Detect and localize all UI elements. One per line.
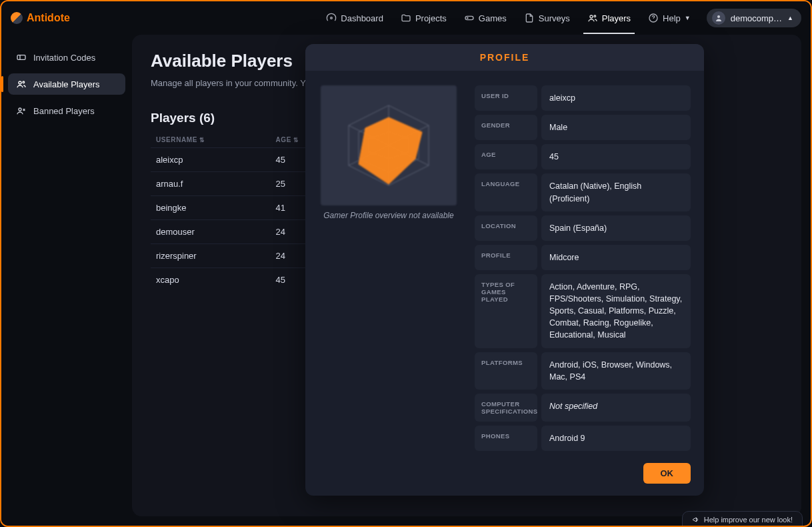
svg-point-1: [590, 15, 593, 18]
nav-dashboard[interactable]: Dashboard: [319, 9, 390, 27]
field-types-of-games: TYPES OF GAMES PLAYED Action, Adventure,…: [475, 274, 691, 348]
users-icon: [16, 79, 27, 89]
sort-icon: ⇅: [199, 137, 205, 143]
user-label: democomp…: [731, 13, 782, 23]
svg-point-8: [19, 108, 21, 111]
nav-label: Dashboard: [341, 13, 383, 23]
field-gender: GENDER Male: [475, 115, 691, 140]
svg-point-6: [19, 81, 21, 84]
nav-label: Projects: [415, 13, 447, 23]
field-value: aleixcp: [541, 85, 691, 111]
file-icon: [524, 13, 535, 23]
field-value: Android 9: [541, 426, 691, 451]
main-content: Available Players Manage all players in …: [132, 35, 801, 516]
nav-games[interactable]: Games: [457, 9, 513, 27]
top-nav: Antidote Dashboard Projects Games S: [1, 1, 811, 35]
sidebar-item-invitation-codes[interactable]: Invitation Codes: [8, 47, 125, 68]
field-label: TYPES OF GAMES PLAYED: [475, 274, 537, 348]
megaphone-icon: [692, 516, 700, 524]
nav-help[interactable]: Help ▼: [641, 9, 697, 27]
gauge-icon: [326, 13, 337, 23]
cell-username: arnau.f: [151, 172, 271, 196]
field-computer-specs: COMPUTER SPECIFICATIONS Not specified: [475, 394, 691, 422]
cell-username: demouser: [151, 220, 271, 244]
field-phones: PHONES Android 9: [475, 426, 691, 451]
field-value: Android, iOS, Browser, Windows, Mac, PS4: [541, 352, 691, 390]
gamepad-icon: [464, 13, 475, 23]
svg-rect-0: [465, 16, 473, 19]
field-value: Action, Adventure, RPG, FPS/Shooters, Si…: [541, 274, 691, 348]
field-age: AGE 45: [475, 144, 691, 169]
users-icon: [587, 13, 598, 23]
logo-icon: [11, 12, 23, 24]
modal-title: PROFILE: [305, 44, 704, 71]
help-improve-label: Help improve our new look!: [704, 516, 793, 524]
field-language: LANGUAGE Catalan (Native), English (Prof…: [475, 173, 691, 211]
nav-projects[interactable]: Projects: [394, 9, 453, 27]
sort-icon: ⇅: [293, 137, 299, 143]
field-label: COMPUTER SPECIFICATIONS: [475, 394, 537, 422]
cell-username: aleixcp: [151, 148, 271, 172]
field-value: Spain (España): [541, 215, 691, 241]
field-label: USER ID: [475, 85, 537, 111]
field-label: PHONES: [475, 426, 537, 451]
cell-username: xcapo: [151, 268, 271, 292]
radar-chart: [321, 85, 457, 205]
chevron-down-icon: ▼: [685, 15, 691, 21]
user-menu[interactable]: democomp… ▲: [707, 9, 801, 27]
sidebar-item-available-players[interactable]: Available Players: [8, 73, 125, 95]
profile-modal: PROFILE: [305, 44, 704, 496]
sidebar-label: Available Players: [33, 79, 99, 89]
field-label: LANGUAGE: [475, 173, 537, 211]
field-label: GENDER: [475, 115, 537, 140]
avatar-icon: [712, 11, 725, 25]
field-value: 45: [541, 144, 691, 169]
sidebar-item-banned-players[interactable]: Banned Players: [8, 100, 125, 121]
col-label: USERNAME: [156, 136, 197, 143]
field-profile: PROFILE Midcore: [475, 245, 691, 270]
nav-label: Help: [663, 13, 681, 23]
svg-marker-15: [359, 117, 422, 184]
help-improve-tab[interactable]: Help improve our new look!: [682, 511, 803, 527]
field-location: LOCATION Spain (España): [475, 215, 691, 241]
field-label: PROFILE: [475, 245, 537, 270]
field-label: PLATFORMS: [475, 352, 537, 390]
brand-logo[interactable]: Antidote: [11, 12, 70, 24]
sidebar: Invitation Codes Available Players Banne…: [1, 35, 132, 526]
field-value: Midcore: [541, 245, 691, 270]
field-label: AGE: [475, 144, 537, 169]
ok-button[interactable]: OK: [643, 463, 691, 484]
svg-rect-5: [17, 55, 25, 60]
nav-label: Surveys: [539, 13, 570, 23]
nav-players[interactable]: Players: [581, 9, 637, 27]
field-value: Not specified: [541, 394, 691, 422]
svg-point-2: [594, 15, 596, 17]
help-circle-icon: [648, 13, 659, 23]
user-x-icon: [16, 105, 27, 116]
field-value: Male: [541, 115, 691, 140]
sidebar-label: Invitation Codes: [33, 53, 95, 63]
field-value: Catalan (Native), English (Proficient): [541, 173, 691, 211]
field-label: LOCATION: [475, 215, 537, 241]
nav-label: Games: [479, 13, 507, 23]
svg-point-7: [23, 81, 25, 83]
svg-point-4: [717, 15, 720, 18]
field-user-id: USER ID aleixcp: [475, 85, 691, 111]
nav-surveys[interactable]: Surveys: [517, 9, 577, 27]
col-username[interactable]: USERNAME⇅: [151, 132, 271, 148]
field-platforms: PLATFORMS Android, iOS, Browser, Windows…: [475, 352, 691, 390]
radar-caption: Gamer Profile overview not available: [319, 211, 459, 220]
cell-username: beingke: [151, 196, 271, 220]
cell-username: rizerspiner: [151, 244, 271, 268]
folder-icon: [401, 13, 411, 23]
brand-name: Antidote: [27, 12, 70, 24]
sidebar-label: Banned Players: [33, 106, 95, 116]
col-label: AGE: [276, 136, 291, 143]
nav-label: Players: [602, 13, 631, 23]
ticket-icon: [16, 52, 27, 63]
chevron-up-icon: ▲: [787, 15, 793, 21]
